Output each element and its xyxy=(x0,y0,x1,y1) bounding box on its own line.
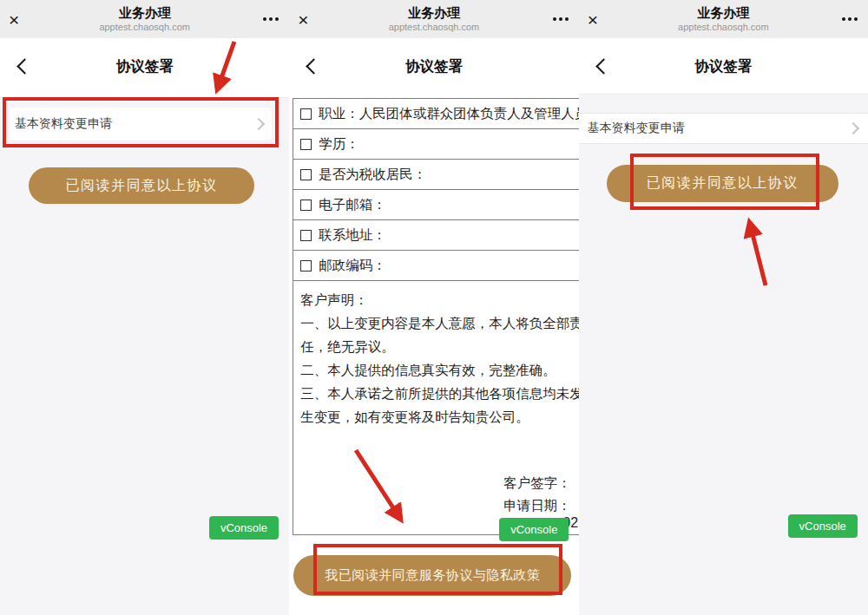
declaration-item: 一、以上变更内容是本人意愿，本人将负全部责任，绝无异议。 xyxy=(300,311,578,358)
window-title: 业务办理 xyxy=(329,4,538,21)
more-menu-icon[interactable] xyxy=(263,17,279,21)
profile-change-table: 职业：人民团体或群众团体负责人及管理人员 学历： 是否为税收居民： 电子邮箱： … xyxy=(293,98,578,535)
menu-dot xyxy=(553,17,556,21)
annotation-box: 基本资料变更申请 xyxy=(3,97,279,147)
window-title: 业务办理 xyxy=(619,4,828,21)
agreement-item-label: 基本资料变更申请 xyxy=(15,116,254,132)
declaration-item: 三、本人承诺之前所提供的其他各项信息均未发生变更，如有变更将及时告知贵公司。 xyxy=(300,382,578,429)
empty-checkbox[interactable] xyxy=(300,108,312,120)
annotation-box xyxy=(630,154,819,210)
chevron-right-icon xyxy=(253,118,265,130)
agreement-item-row[interactable]: 基本资料变更申请 xyxy=(10,108,272,141)
page-header: 协议签署 xyxy=(0,38,289,94)
menu-dot xyxy=(269,17,273,21)
triple-screenshot-canvas: × 业务办理 apptest.chaosqh.com 协议签署 基本资料变更申请… xyxy=(0,0,868,615)
window-url: apptest.chaosqh.com xyxy=(619,21,828,33)
page-title: 协议签署 xyxy=(579,38,868,94)
menu-dot xyxy=(559,17,562,21)
page-title: 协议签署 xyxy=(289,38,578,94)
page-header: 协议签署 xyxy=(289,38,578,94)
signature-block: 客户签字： 申请日期： xyxy=(503,472,578,517)
page-header: 协议签署 xyxy=(579,38,868,94)
table-row: 学历： xyxy=(293,129,578,160)
table-row: 职业：人民团体或群众团体负责人及管理人员 xyxy=(293,99,578,129)
browser-titlebar: × 业务办理 apptest.chaosqh.com xyxy=(289,0,578,38)
menu-dot xyxy=(275,17,279,21)
close-icon[interactable]: × xyxy=(298,10,308,29)
row-label: 联系地址： xyxy=(319,226,386,245)
table-row: 邮政编码： xyxy=(293,251,578,281)
row-label: 电子邮箱： xyxy=(319,196,386,214)
table-row: 联系地址： xyxy=(293,220,578,251)
chevron-right-icon xyxy=(847,122,859,134)
agree-button[interactable]: 已阅读并同意以上协议 xyxy=(29,167,254,204)
screenshot-panel-1: × 业务办理 apptest.chaosqh.com 协议签署 基本资料变更申请… xyxy=(0,0,289,615)
table-row: 电子邮箱： xyxy=(293,190,578,220)
agreement-item-row[interactable]: 基本资料变更申请 xyxy=(579,113,868,144)
empty-checkbox[interactable] xyxy=(300,230,312,241)
more-menu-icon[interactable] xyxy=(553,17,569,21)
titlebar-center: 业务办理 apptest.chaosqh.com xyxy=(619,4,828,33)
vconsole-button[interactable]: vConsole xyxy=(788,514,858,538)
declaration-item: 二、本人提供的信息真实有效，完整准确。 xyxy=(300,358,578,382)
vconsole-button[interactable]: vConsole xyxy=(499,518,569,541)
date-label: 申请日期： xyxy=(503,494,578,517)
page-title: 协议签署 xyxy=(0,38,289,94)
window-url: apptest.chaosqh.com xyxy=(40,21,249,33)
browser-titlebar: × 业务办理 apptest.chaosqh.com xyxy=(0,0,289,38)
menu-dot xyxy=(263,17,266,21)
more-menu-icon[interactable] xyxy=(842,17,858,21)
table-row: 是否为税收居民： xyxy=(293,160,578,190)
menu-dot xyxy=(565,17,569,21)
titlebar-center: 业务办理 apptest.chaosqh.com xyxy=(40,4,249,33)
browser-titlebar: × 业务办理 apptest.chaosqh.com xyxy=(579,0,868,38)
close-icon[interactable]: × xyxy=(588,10,598,29)
menu-dot xyxy=(842,17,845,21)
empty-checkbox[interactable] xyxy=(300,169,312,180)
row-label: 学历： xyxy=(319,135,359,154)
declaration-cell: 客户声明： 一、以上变更内容是本人意愿，本人将负全部责任，绝无异议。 二、本人提… xyxy=(293,281,578,535)
row-label: 邮政编码： xyxy=(319,257,386,275)
row-label: 是否为税收居民： xyxy=(319,166,426,184)
vconsole-button[interactable]: vConsole xyxy=(209,516,279,540)
empty-checkbox[interactable] xyxy=(300,139,312,150)
declaration-title: 客户声明： xyxy=(300,288,578,311)
agreement-item-label: 基本资料变更申请 xyxy=(588,121,849,136)
window-title: 业务办理 xyxy=(40,4,249,21)
close-icon[interactable]: × xyxy=(9,10,19,29)
annotation-box xyxy=(313,544,562,595)
menu-dot xyxy=(854,17,858,21)
menu-dot xyxy=(848,17,852,21)
window-url: apptest.chaosqh.com xyxy=(329,21,538,33)
screenshot-panel-2: × 业务办理 apptest.chaosqh.com 协议签署 职业：人民团体或… xyxy=(289,0,578,615)
row-label: 职业：人民团体或群众团体负责人及管理人员 xyxy=(319,105,578,123)
screenshot-panel-3: × 业务办理 apptest.chaosqh.com 协议签署 基本资料变更申请… xyxy=(579,0,868,615)
empty-checkbox[interactable] xyxy=(300,200,312,211)
signature-label: 客户签字： xyxy=(503,472,578,494)
titlebar-center: 业务办理 apptest.chaosqh.com xyxy=(329,4,538,33)
empty-checkbox[interactable] xyxy=(300,260,312,272)
